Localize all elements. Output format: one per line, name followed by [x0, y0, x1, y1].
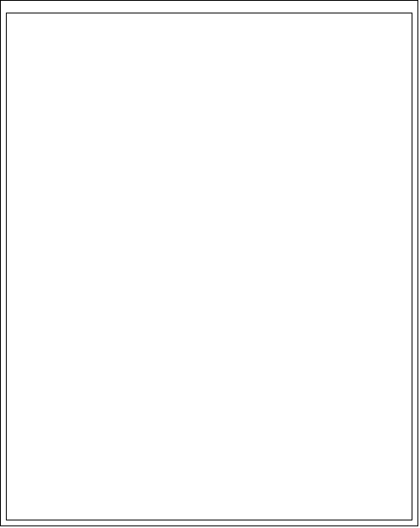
jupyter-notebook	[1, 1, 417, 8]
excel-window	[6, 13, 412, 520]
